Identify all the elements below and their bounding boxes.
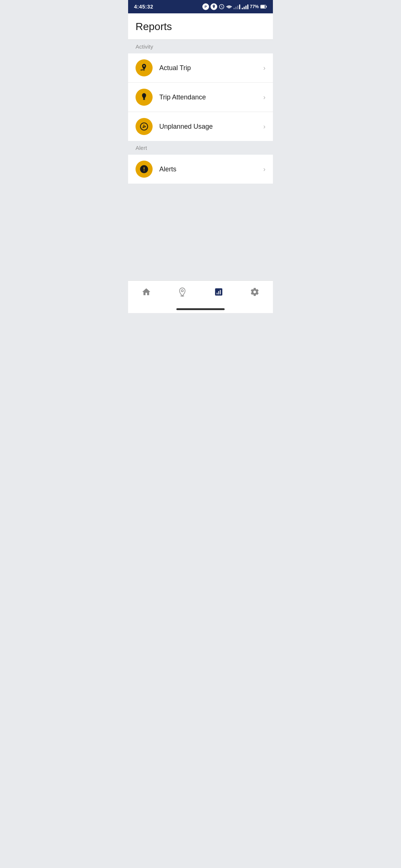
svg-rect-2 [261, 5, 265, 8]
actual-trip-icon-circle [136, 59, 153, 76]
svg-rect-6 [218, 291, 219, 295]
reports-icon [214, 287, 224, 297]
gear-icon [250, 287, 260, 297]
content-area [128, 184, 273, 280]
activity-section: Actual Trip › Trip Attendance › Unplanne… [128, 53, 273, 141]
wifi-icon [226, 4, 232, 9]
section-header-activity: Activity [128, 40, 273, 53]
home-indicator-bar [176, 308, 225, 310]
nav-item-location[interactable] [170, 285, 195, 299]
alerts-chevron: › [263, 165, 265, 173]
svg-rect-7 [220, 290, 221, 295]
unplanned-usage-icon-circle [136, 118, 153, 135]
battery-icon [260, 4, 267, 9]
app-icon-1: P [202, 3, 209, 10]
battery-level: 77% [250, 4, 259, 9]
app-icon-2 [211, 3, 217, 10]
system-icons: P 77% [202, 3, 267, 10]
location-nav-icon [177, 287, 188, 297]
svg-rect-1 [266, 6, 267, 8]
svg-rect-5 [216, 293, 217, 294]
page-title: Reports [136, 21, 265, 33]
actual-trip-label: Actual Trip [159, 64, 263, 72]
exclamation-icon [139, 164, 149, 174]
alerts-label: Alerts [159, 165, 263, 173]
location-icon [177, 287, 187, 297]
alert-section: Alerts › [128, 155, 273, 184]
nav-item-reports[interactable] [206, 285, 231, 299]
menu-item-alerts[interactable]: Alerts › [128, 155, 273, 184]
car-pin-icon [139, 63, 149, 73]
trip-attendance-chevron: › [263, 93, 265, 101]
settings-nav-icon [250, 287, 260, 297]
section-header-alert: Alert [128, 141, 273, 155]
actual-trip-chevron: › [263, 64, 265, 72]
home-nav-icon [141, 287, 151, 297]
menu-item-actual-trip[interactable]: Actual Trip › [128, 53, 273, 83]
reports-nav-icon [213, 287, 224, 297]
alarm-icon [219, 4, 225, 10]
trip-attendance-label: Trip Attendance [159, 93, 263, 101]
bottom-nav [128, 280, 273, 306]
compass-icon [139, 122, 149, 131]
status-bar: 4:45:32 P 77% [128, 0, 273, 13]
signal-bars-2 [242, 4, 248, 9]
trip-attendance-icon-circle [136, 89, 153, 106]
unplanned-usage-label: Unplanned Usage [159, 123, 263, 131]
nav-item-home[interactable] [134, 285, 159, 299]
hand-pin-icon [139, 92, 149, 102]
home-icon [141, 287, 151, 297]
status-time: 4:45:32 [134, 4, 153, 10]
home-indicator [128, 306, 273, 313]
unplanned-usage-chevron: › [263, 123, 265, 131]
menu-item-unplanned-usage[interactable]: Unplanned Usage › [128, 112, 273, 141]
nav-item-settings[interactable] [242, 285, 267, 299]
menu-item-trip-attendance[interactable]: Trip Attendance › [128, 83, 273, 112]
page-header: Reports [128, 13, 273, 40]
signal-bars-1 [234, 4, 240, 9]
alerts-icon-circle [136, 161, 153, 178]
